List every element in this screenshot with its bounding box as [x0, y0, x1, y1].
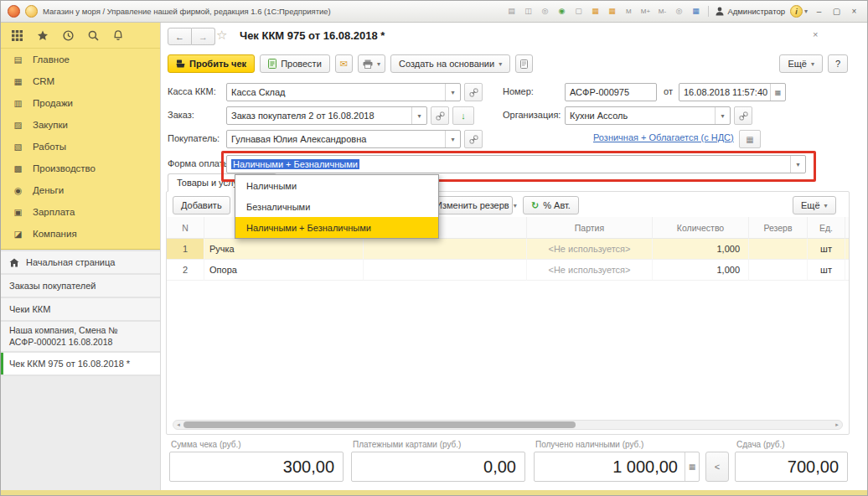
- item-quantity[interactable]: 1,000: [653, 260, 749, 281]
- current-user-button[interactable]: Администратор: [716, 7, 785, 16]
- sidebar-section-main[interactable]: ▤Главное: [1, 49, 160, 70]
- favorites-star-icon[interactable]: [37, 30, 49, 41]
- table-row[interactable]: 2 Опора <Не используется> 1,000 шт: [167, 260, 849, 281]
- menu-grid-icon[interactable]: [12, 30, 23, 41]
- item-characteristic[interactable]: [364, 260, 527, 281]
- order-field[interactable]: Заказ покупателя 2 от 16.08.2018 ▾: [226, 106, 427, 125]
- number-field[interactable]: АСФР-000975: [565, 83, 657, 101]
- table-more-button[interactable]: Ещё ▾: [793, 196, 836, 214]
- favorite-star-icon[interactable]: ☆: [216, 28, 227, 43]
- item-reserve[interactable]: [749, 239, 808, 260]
- sidebar-section-crm[interactable]: ▦CRM: [1, 70, 160, 92]
- sidebar-section-purchases[interactable]: ▨Закупки: [1, 114, 160, 136]
- calc-m-plus-button[interactable]: M+: [639, 6, 651, 18]
- customer-field[interactable]: Гулнавая Юлия Александровна ▾: [226, 130, 461, 148]
- item-characteristic[interactable]: [364, 239, 527, 260]
- item-name[interactable]: Опора: [204, 260, 364, 281]
- organization-dropdown-button[interactable]: ▾: [715, 107, 730, 124]
- add-row-button[interactable]: Добавить: [173, 196, 230, 214]
- item-name[interactable]: Ручка: [204, 239, 364, 260]
- customer-dropdown-button[interactable]: ▾: [445, 131, 460, 147]
- close-document-icon[interactable]: ×: [813, 29, 818, 39]
- col-quantity[interactable]: Количество: [653, 217, 749, 239]
- horizontal-scrollbar[interactable]: ◂ ▸: [173, 420, 843, 430]
- organization-open-button[interactable]: [734, 106, 752, 125]
- punch-check-button[interactable]: Пробить чек: [168, 54, 255, 73]
- payment-dropdown-button[interactable]: ▾: [790, 156, 805, 173]
- item-reserve[interactable]: [749, 260, 808, 281]
- order-open-button[interactable]: [431, 106, 449, 125]
- dropdown-option-cash-plus-cashless[interactable]: Наличными + Безналичными: [235, 217, 438, 238]
- sidebar-section-salary[interactable]: ▣Зарплата: [1, 201, 160, 223]
- sidebar-section-works[interactable]: ▧Работы: [1, 136, 160, 158]
- post-button[interactable]: Провести: [260, 54, 330, 73]
- scrollbar-thumb[interactable]: [183, 421, 576, 428]
- sidebar-section-money[interactable]: ◉Деньги: [1, 179, 160, 201]
- cash-received-field[interactable]: 1 000,00 ▦: [534, 452, 700, 482]
- nav-kkm-receipts[interactable]: Чеки ККМ: [1, 298, 160, 320]
- col-price[interactable]: Цена: [845, 217, 849, 239]
- change-reserve-button[interactable]: Изменить резерв ▾: [427, 196, 513, 214]
- kassa-field[interactable]: Касса Склад ▾: [226, 83, 461, 101]
- tax-settings-button[interactable]: ▦: [739, 130, 761, 148]
- create-based-on-button[interactable]: Создать на основании ▾: [390, 54, 510, 73]
- fill-from-order-button[interactable]: ↓: [452, 106, 474, 125]
- table-settings-icon[interactable]: ▦: [690, 6, 701, 18]
- search-icon[interactable]: [88, 30, 99, 41]
- save-icon[interactable]: ▤: [505, 6, 517, 18]
- sidebar-section-sales[interactable]: ▥Продажи: [1, 92, 160, 114]
- nav-home[interactable]: Начальная страница: [1, 251, 160, 273]
- preview-icon[interactable]: ◎: [539, 6, 550, 18]
- calendar-picker-icon[interactable]: ▦: [770, 84, 785, 101]
- item-price[interactable]: [845, 239, 849, 260]
- table-row[interactable]: 1 Ручка <Не используется> 1,000 шт: [167, 239, 849, 260]
- customer-open-button[interactable]: [464, 130, 483, 148]
- print-icon[interactable]: ◫: [522, 6, 534, 18]
- item-price[interactable]: [845, 260, 849, 281]
- payment-form-field[interactable]: Наличными + Безналичными ▾: [226, 155, 806, 173]
- kassa-open-button[interactable]: [464, 83, 483, 101]
- calendar-icon[interactable]: ▦: [589, 6, 601, 18]
- page-icon[interactable]: ▢: [572, 6, 584, 18]
- calc-m-minus-button[interactable]: M-: [656, 6, 668, 18]
- scroll-left-icon[interactable]: ◂: [174, 421, 183, 429]
- date-field[interactable]: 16.08.2018 11:57:40 ▦: [679, 83, 786, 101]
- collapse-payments-button[interactable]: <: [705, 452, 729, 482]
- notifications-bell-icon[interactable]: [113, 30, 123, 41]
- minimize-button[interactable]: –: [813, 7, 825, 16]
- forward-button[interactable]: →: [192, 28, 215, 45]
- toolbar-more-button[interactable]: Ещё ▾: [779, 54, 823, 73]
- dropdown-option-cashless[interactable]: Безналичными: [235, 196, 438, 217]
- zoom-icon[interactable]: ◎: [673, 6, 685, 18]
- app-services-button[interactable]: [25, 5, 38, 18]
- app-menu-button[interactable]: [8, 5, 20, 18]
- col-unit[interactable]: Ед.: [808, 217, 845, 239]
- item-unit[interactable]: шт: [808, 260, 845, 281]
- history-clock-icon[interactable]: [63, 30, 74, 41]
- calendar-alt-icon[interactable]: ▦: [606, 6, 617, 18]
- close-window-button[interactable]: ×: [848, 7, 860, 16]
- price-tax-link[interactable]: Розничная + Облагается (с НДС): [593, 132, 734, 142]
- sidebar-section-company[interactable]: ◪Компания: [1, 223, 160, 245]
- cash-calculator-icon[interactable]: ▦: [685, 452, 699, 481]
- dropdown-option-cash[interactable]: Наличными: [235, 175, 438, 196]
- send-email-button[interactable]: ✉: [335, 54, 353, 73]
- scroll-right-icon[interactable]: ▸: [833, 421, 841, 429]
- nav-customer-orders[interactable]: Заказы покупателей: [1, 275, 160, 297]
- print-button[interactable]: ▾: [358, 54, 385, 73]
- nav-active-receipt[interactable]: Чек ККМ 975 от 16.08.2018 *: [1, 353, 160, 375]
- nav-company-shift[interactable]: Наша компания, Смена № АСФР-000021 16.08…: [1, 322, 160, 351]
- item-batch[interactable]: <Не используется>: [527, 260, 653, 281]
- order-dropdown-button[interactable]: ▾: [411, 107, 426, 124]
- organization-field[interactable]: Кухни Ассоль ▾: [565, 106, 731, 125]
- auto-discount-button[interactable]: ↻ % Авт.: [523, 196, 579, 214]
- info-button[interactable]: i ▾: [790, 5, 808, 18]
- maximize-button[interactable]: ▢: [830, 7, 843, 16]
- item-batch[interactable]: <Не используется>: [527, 239, 653, 260]
- col-n[interactable]: N: [167, 217, 204, 239]
- item-unit[interactable]: шт: [808, 239, 845, 260]
- add-user-icon[interactable]: ◉: [555, 6, 567, 18]
- sidebar-section-production[interactable]: ▩Производство: [1, 158, 160, 179]
- kassa-dropdown-button[interactable]: ▾: [445, 84, 460, 101]
- col-batch[interactable]: Партия: [527, 217, 653, 239]
